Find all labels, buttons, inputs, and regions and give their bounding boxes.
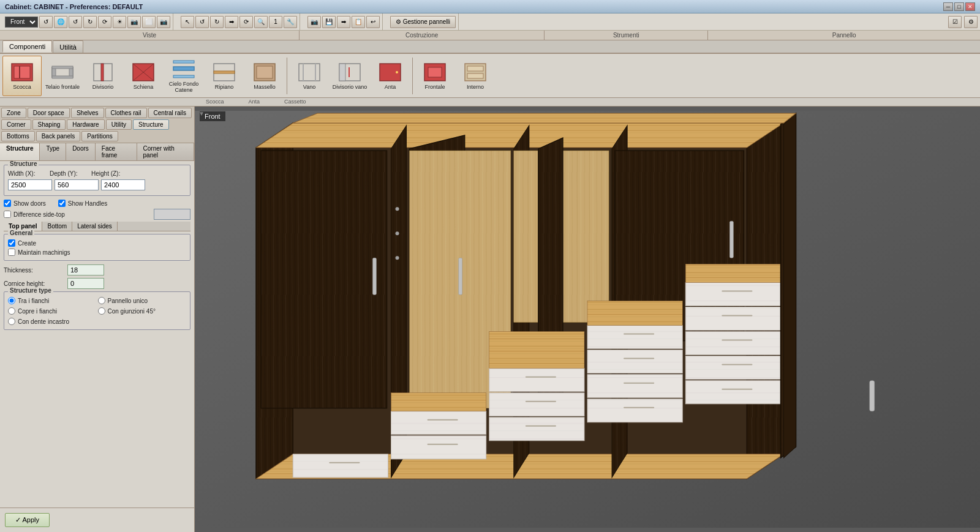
minimize-button[interactable]: ─ <box>943 2 953 11</box>
tb-wrench-btn[interactable]: 🔧 <box>284 16 297 28</box>
nav-hardware[interactable]: Hardware <box>67 119 104 130</box>
top-settings-btn[interactable]: ⚙ <box>964 16 978 28</box>
tb-undo-btn[interactable]: ↺ <box>69 16 82 28</box>
panel-tab-faceframe[interactable]: Face frame <box>96 143 137 160</box>
comp-vano[interactable]: Vano <box>290 56 329 96</box>
tb-back-btn[interactable]: ↩ <box>366 16 380 28</box>
comp-telaio[interactable]: Telaio frontale <box>43 56 82 96</box>
nav-bottoms[interactable]: Bottoms <box>1 131 35 141</box>
tb-cam1-btn[interactable]: 📷 <box>127 16 141 28</box>
tb-globe-btn[interactable]: 🌐 <box>54 16 67 28</box>
tab-utilita[interactable]: Utilità <box>53 40 83 53</box>
tb-rotate-btn[interactable]: ↺ <box>39 16 53 28</box>
nav-back-panels[interactable]: Back panels <box>36 131 80 141</box>
sub-tab-lateral-sides[interactable]: Lateral sides <box>72 222 118 231</box>
nav-utility[interactable]: Utility <box>106 119 132 130</box>
comp-separator-1 <box>287 58 287 94</box>
comp-cielo[interactable]: Cielo Fondo Catene <box>164 56 203 96</box>
title-bar: Cabinet: CABINET - Preferences: DEFAULT … <box>0 0 980 13</box>
depth-label: Depth (Y): <box>50 170 86 177</box>
pannello-unico-radio[interactable] <box>98 297 105 304</box>
svg-rect-75 <box>587 399 682 422</box>
main-tab-row: Componenti Utilità <box>0 40 980 54</box>
toolbar-row-top: Front Top Side 3D ↺ 🌐 ↺ ↻ ⟳ ☀ 📷 ⬜ 📷 ↖ ↺ … <box>0 13 980 31</box>
comp-anta[interactable]: Anta <box>371 56 410 96</box>
maximize-button[interactable]: □ <box>954 2 964 11</box>
nav-partitions[interactable]: Partitions <box>81 131 118 141</box>
con-dente-radio[interactable] <box>8 318 15 325</box>
panel-tab-doors[interactable]: Doors <box>66 143 96 160</box>
tb-zoom-btn[interactable]: 🔍 <box>254 16 268 28</box>
show-doors-checkbox[interactable] <box>4 200 11 207</box>
nav-shaping[interactable]: Shaping <box>32 119 66 130</box>
tb-light-btn[interactable]: ☀ <box>113 16 126 28</box>
tab-componenti[interactable]: Componenti <box>2 40 52 53</box>
nav-zone[interactable]: Zone <box>1 108 26 118</box>
comp-ripiano[interactable]: Ripiano <box>205 56 244 96</box>
anta-label: Anta <box>385 84 396 91</box>
comp-massello[interactable]: Massello <box>245 56 284 96</box>
gestione-pannelli-btn[interactable]: ⚙ Gestione pannelli <box>390 16 456 28</box>
width-input[interactable] <box>8 179 52 190</box>
sub-tab-bottom[interactable]: Bottom <box>42 222 72 231</box>
height-input[interactable] <box>101 179 145 190</box>
svg-rect-73 <box>489 418 584 441</box>
comp-divisorio-vano[interactable]: Divisorio vano <box>330 56 369 96</box>
maintain-checkbox[interactable] <box>8 249 15 256</box>
nav-central-rails[interactable]: Central rails <box>148 108 192 118</box>
thickness-input[interactable] <box>67 264 104 275</box>
tb-undo2-btn[interactable]: ↺ <box>195 16 209 28</box>
show-doors-row: Show doors Show Handles <box>4 200 190 207</box>
nav-corner[interactable]: Corner <box>1 119 31 130</box>
tb-redo2-btn[interactable]: ↻ <box>210 16 224 28</box>
frontale-icon <box>423 61 447 83</box>
tb-fwd-btn[interactable]: ➡ <box>337 16 350 28</box>
top-right-controls: ☑ ⚙ <box>948 16 978 28</box>
comp-interno[interactable]: Interno <box>456 56 495 96</box>
apply-button[interactable]: ✓ Apply <box>5 513 50 527</box>
tb-cam3-btn[interactable]: 📷 <box>307 16 321 28</box>
copre-i-fianchi-radio[interactable] <box>8 307 15 315</box>
nav-clothes-rail[interactable]: Clothes rail <box>105 108 147 118</box>
difference-checkbox[interactable] <box>4 211 11 218</box>
depth-input[interactable] <box>55 179 99 190</box>
thickness-row: Thickness: <box>4 264 190 275</box>
tb-refresh-btn[interactable]: ⟳ <box>98 16 111 28</box>
cornice-input[interactable] <box>67 278 104 289</box>
nav-door-space[interactable]: Door space <box>28 108 70 118</box>
tb-1-btn[interactable]: 1 <box>269 16 282 28</box>
svg-rect-79 <box>391 411 486 435</box>
svg-rect-24 <box>339 64 345 81</box>
tb-save-btn[interactable]: 💾 <box>322 16 336 28</box>
tb-clip-btn[interactable]: 📋 <box>352 16 365 28</box>
top-checkbox-btn[interactable]: ☑ <box>948 16 962 28</box>
tb-rect-btn[interactable]: ⬜ <box>142 16 156 28</box>
cabinet-svg <box>195 107 980 532</box>
comp-divisorio[interactable]: Divisorio <box>83 56 123 96</box>
tb-cam2-btn[interactable]: 📷 <box>157 16 170 28</box>
tb-next-btn[interactable]: ➡ <box>225 16 238 28</box>
tra-i-fianchi-radio[interactable] <box>8 297 15 304</box>
tb-refresh2-btn[interactable]: ⟳ <box>239 16 253 28</box>
close-button[interactable]: ✕ <box>965 2 975 11</box>
nav-shelves[interactable]: Shelves <box>71 108 104 118</box>
svg-rect-97 <box>685 282 780 305</box>
svg-rect-9 <box>101 64 104 81</box>
comp-frontale[interactable]: Frontale <box>415 56 454 96</box>
con-giunzioni-radio[interactable] <box>98 307 105 315</box>
con-dente-row: Con dente incastro <box>8 318 97 325</box>
svg-rect-13 <box>173 67 194 70</box>
tb-arrow-btn[interactable]: ↖ <box>181 16 194 28</box>
panel-tab-type[interactable]: Type <box>40 143 66 160</box>
vano-icon <box>297 61 322 83</box>
panel-tab-corner[interactable]: Corner with panel <box>137 143 194 160</box>
view-selector[interactable]: Front Top Side 3D <box>5 17 38 28</box>
tb-redo-btn[interactable]: ↻ <box>83 16 97 28</box>
panel-tab-structure[interactable]: Structure <box>0 143 40 160</box>
comp-schiena[interactable]: Schiena <box>124 56 163 96</box>
show-handles-checkbox[interactable] <box>58 200 66 207</box>
create-checkbox[interactable] <box>8 239 15 247</box>
nav-structure[interactable]: Structure <box>133 119 169 130</box>
comp-scocca[interactable]: Scocca <box>2 56 42 96</box>
svg-rect-22 <box>315 64 316 81</box>
